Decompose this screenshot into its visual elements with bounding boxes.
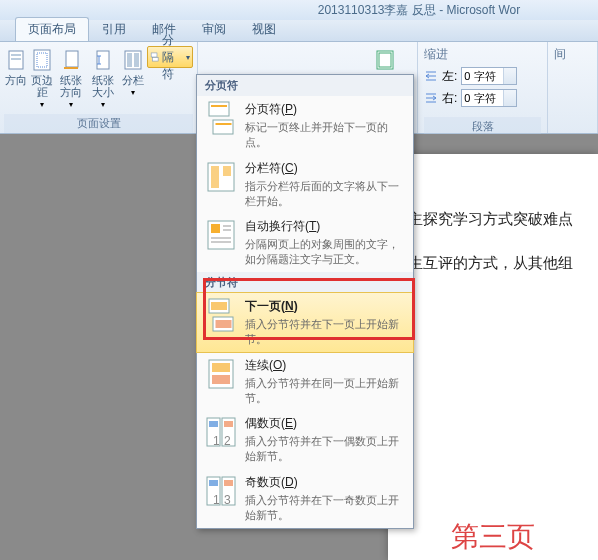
indent-left-icon [424,69,438,83]
group-label-page-setup: 页面设置 [4,114,193,133]
orientation-icon [59,48,83,72]
column-break-icon [205,160,237,194]
continuous-icon [205,357,237,391]
breaks-button[interactable]: 分隔符▾ [147,46,193,68]
indent-right-input[interactable]: 0 字符 [461,89,517,107]
even-page-icon: 12 [205,415,237,449]
svg-rect-15 [213,120,233,134]
svg-rect-17 [216,123,232,125]
spacing-header: 间 [554,46,591,63]
indent-left-label: 左: [442,68,457,85]
size-icon [91,48,115,72]
page-icon [4,48,28,72]
svg-rect-16 [211,105,227,107]
tab-view[interactable]: 视图 [239,17,289,41]
chevron-down-icon: ▾ [69,100,73,109]
svg-rect-28 [212,363,230,372]
svg-text:1: 1 [213,434,220,448]
svg-rect-22 [211,224,220,233]
svg-rect-29 [212,375,230,384]
doc-text-line: 生互评的方式，从其他组 [408,248,578,278]
dropdown-section-header: 分页符 [197,75,413,96]
breaks-dropdown: 分页符 分页符(P) 标记一页终止并开始下一页的点。 分栏符(C) 指示分栏符后… [196,74,414,529]
svg-rect-5 [66,51,78,67]
menu-continuous-section[interactable]: 连续(O) 插入分节符并在同一页上开始新节。 [197,352,413,411]
menu-text-wrap-break[interactable]: 自动换行符(T) 分隔网页上的对象周围的文字，如分隔题注文字与正文。 [197,213,413,272]
columns-button[interactable]: 分栏▾ [120,44,144,114]
margins-button[interactable]: 页边距▾ [30,44,54,114]
dropdown-section-header: 分节符 [197,272,413,293]
indent-right-label: 右: [442,90,457,107]
indent-header: 缩进 [424,46,541,63]
svg-rect-20 [223,166,231,176]
menu-even-page-section[interactable]: 12 偶数页(E) 插入分节符并在下一偶数页上开始新节。 [197,410,413,469]
odd-page-icon: 13 [205,474,237,508]
ribbon-tabs: 页面布局 引用 邮件 审阅 视图 [0,20,598,42]
svg-rect-34 [224,421,233,427]
chevron-down-icon: ▾ [131,88,135,97]
tab-page-layout[interactable]: 页面布局 [15,17,89,41]
tab-references[interactable]: 引用 [89,17,139,41]
svg-text:3: 3 [224,493,231,507]
chevron-down-icon: ▾ [186,53,190,62]
svg-rect-26 [216,320,232,328]
breaks-icon [150,49,159,65]
menu-odd-page-section[interactable]: 13 奇数页(D) 插入分节符并在下一奇数页上开始新节。 [197,469,413,528]
svg-rect-41 [224,480,233,486]
tab-review[interactable]: 审阅 [189,17,239,41]
svg-text:1: 1 [213,493,220,507]
page-number-label: 第三页 [408,498,578,560]
border-icon [373,48,397,72]
svg-rect-14 [209,102,229,116]
chevron-down-icon: ▾ [101,100,105,109]
indent-left-input[interactable]: 0 字符 [461,67,517,85]
menu-page-break[interactable]: 分页符(P) 标记一页终止并开始下一页的点。 [197,96,413,155]
paper-orientation-button[interactable]: 纸张方向▾ [56,44,86,114]
page-break-icon [205,101,237,135]
svg-rect-8 [127,53,132,67]
next-page-icon [205,298,237,332]
svg-rect-11 [152,58,158,61]
svg-text:2: 2 [224,434,231,448]
svg-rect-2 [11,58,21,60]
svg-rect-9 [134,53,139,67]
margins-icon [30,48,54,72]
doc-text-line: 主探究学习方式突破难点 [408,204,578,234]
chevron-down-icon: ▾ [40,100,44,109]
svg-rect-25 [211,302,227,310]
indent-right-icon [424,91,438,105]
svg-rect-1 [11,54,21,56]
document-page[interactable]: 主探究学习方式突破难点 生互评的方式，从其他组 第三页 [388,154,598,560]
orientation-button[interactable]: 方向 [4,44,28,114]
text-wrap-icon [205,218,237,252]
svg-rect-35 [209,421,218,427]
svg-rect-10 [151,53,157,57]
svg-rect-40 [209,480,218,486]
svg-rect-19 [211,166,219,188]
menu-column-break[interactable]: 分栏符(C) 指示分栏符后面的文字将从下一栏开始。 [197,155,413,214]
menu-next-page-section[interactable]: 下一页(N) 插入分节符并在下一页上开始新节。 [197,293,413,352]
paper-size-button[interactable]: 纸张大小▾ [88,44,118,114]
columns-icon [121,48,145,72]
